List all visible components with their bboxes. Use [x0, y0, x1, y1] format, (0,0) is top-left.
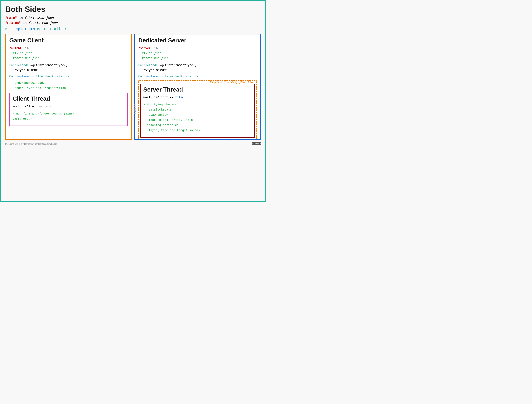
client-str: "client" — [9, 46, 23, 50]
main-file: fabric.mod.json — [25, 16, 54, 20]
integrated-server-label: Integrated Server (Singleplayer, LAN) — [209, 81, 255, 84]
client-dash-list: - Rendering/GUI code - Render layer etc.… — [9, 80, 128, 91]
server-world-bold: isClient — [154, 96, 168, 99]
cc-icon: CC BY-NC-SA — [252, 142, 261, 145]
main-grid: Game Client "client" in - mixins.json - … — [5, 34, 261, 140]
server-env-hash: #getEnvironmentType() — [159, 63, 197, 67]
client-env-arrow: → EnvType. — [9, 69, 27, 72]
top-code-block: "main" in fabric.mod.json "mixins" in fa… — [5, 16, 261, 25]
client-code-block: "client" in - mixins.json - fabric.mod.j… — [9, 46, 128, 61]
server-thread-dash2: - setBlockState — [143, 107, 252, 112]
server-env-block: FabricLoader#getEnvironmentType() → EnvT… — [138, 63, 257, 73]
client-env-hash: #getEnvironmentType() — [31, 63, 68, 67]
client-mod-implements: Mod implements ClientModInitializer — [9, 75, 128, 78]
server-str: "server" — [138, 46, 152, 50]
cc-badge: CC BY-NC-SA — [252, 142, 261, 145]
client-fabric-file: fabric.mod.json — [13, 57, 39, 60]
client-env-value: CLIENT — [27, 69, 38, 72]
client-mixins-dash: - — [9, 51, 13, 55]
server-thread-dash6: - playing fire-and-forget sounds — [143, 128, 252, 133]
client-mixins-file: mixins.json — [13, 51, 32, 55]
mod-implements-line: Mod implements ModInitializer — [5, 27, 261, 31]
client-in: in — [23, 46, 29, 50]
footer: Problems with this infographic? Contact … — [5, 142, 261, 145]
client-fabric-loader: FabricLoader — [9, 63, 31, 67]
client-dash2: - Render layer etc. registration — [9, 86, 128, 91]
server-thread-dash4: - most (block) entity logic — [143, 117, 252, 123]
client-thread-world: world.isClient == true — [13, 104, 125, 109]
server-world-eq: == — [168, 96, 175, 99]
client-thread-panel: Client Thread world.isClient == true - N… — [9, 93, 128, 126]
dedicated-server-title: Dedicated Server — [138, 37, 257, 44]
packets-arrow-up: ↑ — [134, 100, 136, 103]
server-thread-dash3: - spawnEntity — [143, 112, 252, 117]
client-world-val: true — [44, 105, 51, 108]
client-fabric-dash: - — [9, 57, 13, 60]
packets-label: Packets — [134, 104, 136, 116]
server-fabric-loader: FabricLoader — [138, 63, 159, 67]
client-thread-dash2: cart, etc.) — [13, 116, 125, 121]
client-env-block: FabricLoader#getEnvironmentType() → EnvT… — [9, 63, 128, 73]
server-world-code: world. — [143, 96, 154, 99]
dedicated-server-panel: Dedicated Server "server" in - mixins.js… — [134, 34, 261, 140]
server-thread-dash5: - spawning particles — [143, 123, 252, 128]
server-mod-implements: Mod implements ServerModInitializer — [138, 75, 257, 78]
server-code-block: "server" in - mixins.json - fabric.mod.j… — [138, 46, 257, 61]
client-thread-dash-list: - Non fire-and-forget sounds (mine- cart… — [13, 111, 125, 121]
server-env-value: SERVER — [156, 69, 167, 72]
main-in: in — [17, 16, 25, 20]
server-thread-dash1: - Modifying the world — [143, 102, 252, 107]
game-client-title: Game Client — [9, 37, 128, 44]
client-thread-dash1: - Non fire-and-forget sounds (mine- — [13, 111, 125, 116]
server-world-val: false — [175, 96, 184, 99]
client-world-eq: == — [37, 105, 44, 108]
server-fabric-file: fabric.mod.json — [142, 57, 168, 60]
server-mixins-file: mixins.json — [142, 51, 161, 55]
mixins-file: fabric.mod.json — [29, 21, 58, 25]
mixins-string: "mixins" — [5, 21, 21, 25]
svg-text:CC BY-NC-SA: CC BY-NC-SA — [253, 143, 261, 144]
mod-initializer: ModInitializer — [37, 27, 67, 31]
client-thread-title: Client Thread — [13, 95, 125, 102]
server-thread-dash-list: - Modifying the world - setBlockState - … — [143, 102, 252, 133]
game-client-panel: Game Client "client" in - mixins.json - … — [5, 34, 132, 140]
server-thread-world: world.isClient == false — [143, 95, 252, 100]
server-in: in — [152, 46, 158, 50]
server-env-arrow: → EnvType. — [138, 69, 156, 72]
packets-arrow-down: ↓ — [134, 117, 136, 120]
server-fabric-dash: - — [138, 57, 142, 60]
server-mixins-dash: - — [138, 51, 142, 55]
server-thread-title: Server Thread — [143, 86, 252, 93]
client-world-code: world. — [13, 105, 23, 108]
server-thread-panel: Server Thread world.isClient == false - … — [140, 84, 255, 138]
mixins-in: in — [21, 21, 29, 25]
footer-contact: Problems with this infographic? Contact … — [5, 143, 57, 145]
integrated-server-wrapper: Integrated Server (Singleplayer, LAN) ↑ … — [138, 80, 257, 139]
client-dash1: - Rendering/GUI code — [9, 80, 128, 86]
main-string: "main" — [5, 16, 17, 20]
implements-keyword: implements — [14, 27, 37, 31]
client-world-bold: isClient — [23, 105, 37, 108]
page-title: Both Sides — [5, 5, 261, 13]
mod-keyword: Mod — [5, 27, 12, 31]
